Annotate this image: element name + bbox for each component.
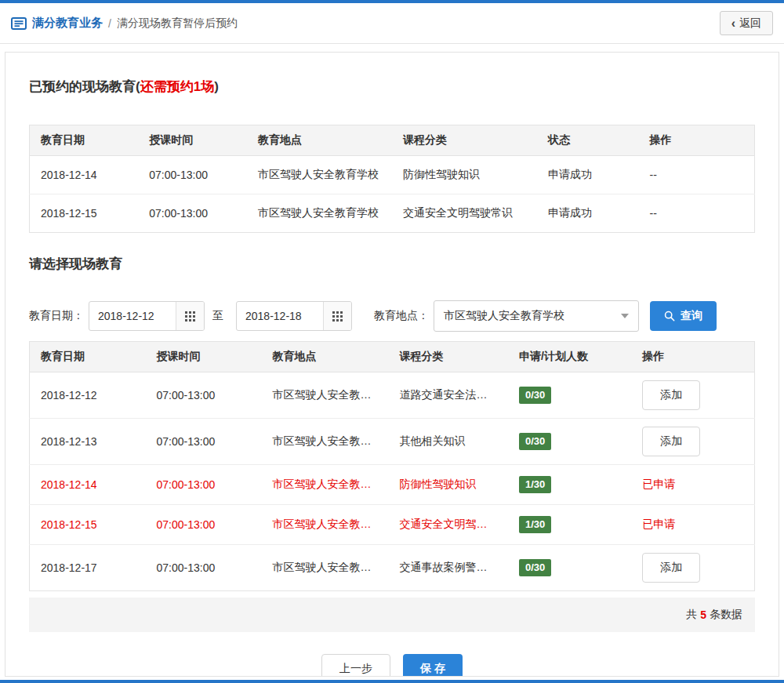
add-button[interactable]: 添加 xyxy=(642,427,700,456)
column-header-status: 状态 xyxy=(537,125,639,156)
booked-title-close: ) xyxy=(214,79,219,94)
education-date-cell: 2018-12-12 xyxy=(30,372,146,419)
capacity-badge: 0/30 xyxy=(519,433,551,450)
booked-title-highlight: 还需预约1场 xyxy=(140,79,214,94)
course-category-cell: 交通安全文明驾驶常识 xyxy=(392,194,537,233)
status-cell: 申请成功 xyxy=(537,156,639,194)
education-date-cell: 2018-12-14 xyxy=(30,465,146,505)
table-header-row: 教育日期 授课时间 教育地点 课程分类 状态 操作 xyxy=(30,125,755,156)
capacity-cell: 0/30 xyxy=(508,545,631,591)
calendar-picker-icon[interactable] xyxy=(323,302,351,330)
column-header-action: 操作 xyxy=(639,125,755,156)
header: 满分教育业务 / 满分现场教育暂停后预约 ‹ 返回 xyxy=(0,3,784,44)
location-select-value: 市区驾驶人安全教育学校 xyxy=(444,309,564,323)
breadcrumb-root-link[interactable]: 满分教育业务 xyxy=(32,16,103,31)
save-button[interactable]: 保 存 xyxy=(403,654,463,677)
breadcrumb-separator: / xyxy=(108,17,111,30)
location-cell: 市区驾驶人安全教育... xyxy=(262,505,389,545)
table-row: 2018-12-15 07:00-13:00 市区驾驶人安全教育... 交通安全… xyxy=(30,505,755,545)
status-cell: 申请成功 xyxy=(537,194,639,233)
capacity-cell: 1/30 xyxy=(508,505,631,545)
calendar-picker-icon[interactable] xyxy=(176,302,204,330)
booked-section-title: 已预约的现场教育(还需预约1场) xyxy=(29,79,755,95)
chevron-left-icon: ‹ xyxy=(731,17,735,30)
capacity-badge: 0/30 xyxy=(519,387,551,404)
booked-education-table: 教育日期 授课时间 教育地点 课程分类 状态 操作 2018-12-14 07:… xyxy=(29,125,755,233)
search-button[interactable]: 查询 xyxy=(650,301,717,331)
date-from-input[interactable] xyxy=(89,302,176,330)
available-education-table: 教育日期 授课时间 教育地点 课程分类 申请/计划人数 操作 2018-12-1… xyxy=(29,341,755,591)
course-category-cell: 道路交通安全法律法规 xyxy=(388,372,508,419)
table-row: 2018-12-14 07:00-13:00 市区驾驶人安全教育... 防御性驾… xyxy=(30,465,755,505)
column-header-action: 操作 xyxy=(631,342,754,372)
table-row: 2018-12-14 07:00-13:00 市区驾驶人安全教育学校 防御性驾驶… xyxy=(30,156,755,194)
select-section-title: 请选择现场教育 xyxy=(29,256,755,272)
action-cell: 添加 xyxy=(631,545,754,591)
breadcrumb: 满分教育业务 / 满分现场教育暂停后预约 xyxy=(11,16,238,31)
filter-bar: 教育日期： 至 教育地点： 市区驾 xyxy=(29,300,755,332)
education-date-cell: 2018-12-15 xyxy=(30,194,139,233)
previous-step-button[interactable]: 上一步 xyxy=(321,654,390,677)
table-row: 2018-12-13 07:00-13:00 市区驾驶人安全教育... 其他相关… xyxy=(30,419,755,465)
applied-status-text: 已申请 xyxy=(642,518,675,530)
bottom-accent-bar xyxy=(0,680,784,683)
action-cell: -- xyxy=(639,156,755,194)
summary-suffix: 条数据 xyxy=(710,608,742,622)
table-summary: 共 5 条数据 xyxy=(29,598,755,632)
range-separator: 至 xyxy=(212,309,223,323)
column-header-location: 教育地点 xyxy=(247,125,392,156)
class-time-cell: 07:00-13:00 xyxy=(146,505,262,545)
class-time-cell: 07:00-13:00 xyxy=(146,465,262,505)
applied-status-text: 已申请 xyxy=(642,478,675,490)
booked-title-text: 已预约的现场教育( xyxy=(29,79,140,94)
date-range-label: 教育日期： xyxy=(29,309,84,323)
course-category-cell: 其他相关知识 xyxy=(388,419,508,465)
location-cell: 市区驾驶人安全教育... xyxy=(262,545,389,591)
column-header-course-category: 课程分类 xyxy=(388,342,508,372)
location-cell: 市区驾驶人安全教育... xyxy=(262,372,389,419)
capacity-badge: 0/30 xyxy=(519,559,551,576)
date-to-input-group xyxy=(236,301,352,331)
course-category-cell: 防御性驾驶知识 xyxy=(392,156,537,194)
back-button[interactable]: ‹ 返回 xyxy=(720,11,773,35)
column-header-course-category: 课程分类 xyxy=(392,125,537,156)
chevron-down-icon xyxy=(621,314,629,318)
column-header-education-date: 教育日期 xyxy=(30,342,146,372)
education-date-cell: 2018-12-15 xyxy=(30,505,146,545)
capacity-cell: 0/30 xyxy=(508,419,631,465)
breadcrumb-current: 满分现场教育暂停后预约 xyxy=(117,16,238,31)
location-cell: 市区驾驶人安全教育... xyxy=(262,465,389,505)
back-button-label: 返回 xyxy=(739,16,761,31)
column-header-class-time: 授课时间 xyxy=(146,342,262,372)
capacity-cell: 1/30 xyxy=(508,465,631,505)
class-time-cell: 07:00-13:00 xyxy=(146,419,262,465)
summary-count: 5 xyxy=(700,609,706,621)
table-row: 2018-12-15 07:00-13:00 市区驾驶人安全教育学校 交通安全文… xyxy=(30,194,755,233)
education-date-cell: 2018-12-13 xyxy=(30,419,146,465)
capacity-badge: 1/30 xyxy=(519,516,551,533)
add-button[interactable]: 添加 xyxy=(642,380,700,410)
location-label: 教育地点： xyxy=(374,309,429,323)
location-cell: 市区驾驶人安全教育学校 xyxy=(247,194,392,233)
table-row: 2018-12-12 07:00-13:00 市区驾驶人安全教育... 道路交通… xyxy=(30,372,755,419)
location-select[interactable]: 市区驾驶人安全教育学校 xyxy=(434,300,639,332)
column-header-capacity: 申请/计划人数 xyxy=(508,342,631,372)
search-button-label: 查询 xyxy=(681,309,702,323)
date-to-input[interactable] xyxy=(237,302,323,330)
action-cell: -- xyxy=(639,194,755,233)
action-cell: 已申请 xyxy=(631,465,754,505)
date-from-input-group xyxy=(89,301,205,331)
add-button[interactable]: 添加 xyxy=(642,553,700,583)
class-time-cell: 07:00-13:00 xyxy=(138,194,247,233)
column-header-education-date: 教育日期 xyxy=(30,125,139,156)
column-header-class-time: 授课时间 xyxy=(138,125,247,156)
capacity-cell: 0/30 xyxy=(508,372,631,419)
course-category-cell: 交通事故案例警示教育 xyxy=(388,545,508,591)
education-date-cell: 2018-12-14 xyxy=(30,156,139,194)
capacity-badge: 1/30 xyxy=(519,476,551,493)
location-cell: 市区驾驶人安全教育学校 xyxy=(247,156,392,194)
action-cell: 添加 xyxy=(631,419,754,465)
location-cell: 市区驾驶人安全教育... xyxy=(262,419,389,465)
course-category-cell: 交通安全文明驾驶常识 xyxy=(388,505,508,545)
form-document-icon xyxy=(11,17,27,30)
